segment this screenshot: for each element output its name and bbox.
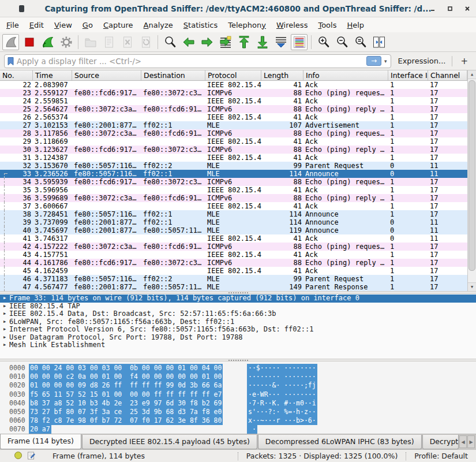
ascii-bytes[interactable]: ·e·WR··· ········ xyxy=(247,390,317,399)
expand-arrow-icon[interactable]: ▶ xyxy=(3,295,9,303)
packet-row-31[interactable]: 313.124387IEEE 802.15.441Ack117 xyxy=(0,154,467,162)
packet-row-28[interactable]: 283.117856fe80::3072:c3a…fe80::fcd6:91…I… xyxy=(0,129,467,137)
close-button[interactable] xyxy=(463,5,471,13)
expand-arrow-icon[interactable]: ▶ xyxy=(3,303,9,311)
packet-list-scrollbar[interactable]: ▲ ▼ xyxy=(467,70,476,291)
tab-scroll-left-button[interactable]: ◀ xyxy=(459,435,467,448)
hex-row-0060[interactable]: 006078 f2 c8 7e 98 0f b7 72 07 f0 17 62 … xyxy=(0,416,476,425)
packet-row-46[interactable]: 464.371183fe80::5057:116…ff02::2MLE99Par… xyxy=(0,275,467,283)
filter-dropdown-caret[interactable]: ▾ xyxy=(384,58,389,64)
goto-packet-button[interactable] xyxy=(217,34,234,50)
hex-bytes[interactable]: b8 37 a8 52 10 b3 4b 2e 23 e9 97 6d 30 f… xyxy=(29,399,223,408)
minimize-button[interactable] xyxy=(429,5,437,13)
detail-row[interactable]: ▶6LoWPAN, Src: fe80::5057:1165:f56a:663b… xyxy=(0,318,476,326)
byte-view-tab[interactable]: Decrypted IEEE 802.15.4 payload (45 byte… xyxy=(82,435,257,449)
restart-capture-button[interactable] xyxy=(39,34,56,50)
hex-row-0010[interactable]: 001000 00 00 c2 0a 00 01 00 f4 00 00 00 … xyxy=(0,372,476,381)
packet-row-34[interactable]: 343.595939fe80::fcd6:917…fe80::3072:c3…I… xyxy=(0,178,467,186)
byte-view-tab[interactable]: Decrypted ML xyxy=(422,435,459,449)
menu-capture[interactable]: Capture xyxy=(98,18,138,32)
expert-info-button[interactable] xyxy=(14,451,23,461)
packet-row-26[interactable]: 262.565374IEEE 802.15.441Ack117 xyxy=(0,113,467,121)
start-capture-button[interactable] xyxy=(2,34,19,50)
detail-row[interactable]: ▶Frame 33: 114 bytes on wire (912 bits),… xyxy=(0,295,476,303)
hex-row-0020[interactable]: 002001 00 00 00 09 d8 26 ff ff ff ff 99 … xyxy=(0,381,476,390)
hex-row-0040[interactable]: 0040b8 37 a8 52 10 b3 4b 2e 23 e9 97 6d … xyxy=(0,399,476,408)
hex-bytes[interactable]: f5 65 11 57 52 15 01 00 00 00 ff ff ff f… xyxy=(29,390,223,399)
stop-capture-button[interactable] xyxy=(21,34,38,50)
byte-view-tab[interactable]: Frame (114 bytes) xyxy=(0,434,81,449)
hex-bytes[interactable]: 00 00 00 c2 0a 00 01 00 f4 00 00 00 00 0… xyxy=(29,372,223,381)
hex-row-0050[interactable]: 005073 27 bf 80 07 3f 3a ce 25 3d 9b 68 … xyxy=(0,408,476,416)
menu-file[interactable]: File xyxy=(1,18,24,32)
zoom-out-button[interactable] xyxy=(333,34,350,50)
packet-row-30[interactable]: 303.123627fe80::fcd6:917…fe80::3072:c3…I… xyxy=(0,146,467,154)
status-profile[interactable]: Profile: Default xyxy=(411,452,471,460)
detail-row[interactable]: ▶User Datagram Protocol, Src Port: 19788… xyxy=(0,334,476,342)
filter-bookmark-icon[interactable] xyxy=(7,57,14,66)
packet-row-41[interactable]: 413.746317IEEE 802.15.441Ack011 xyxy=(0,234,467,243)
auto-scroll-button[interactable] xyxy=(272,34,289,50)
packet-row-44[interactable]: 444.161786fe80::fcd6:917…fe80::3072:c3…I… xyxy=(0,259,467,267)
menu-edit[interactable]: Edit xyxy=(24,18,49,32)
menu-view[interactable]: View xyxy=(49,18,77,32)
packet-row-45[interactable]: 454.162459IEEE 802.15.441Ack117 xyxy=(0,267,467,275)
column-header-interface-id[interactable]: Interface ID xyxy=(388,70,428,80)
hex-bytes[interactable]: 00 00 24 00 03 00 03 00 0b 00 00 00 01 0… xyxy=(29,364,223,372)
expand-arrow-icon[interactable]: ▶ xyxy=(3,341,9,349)
expand-arrow-icon[interactable]: ▶ xyxy=(3,334,9,342)
column-header-no[interactable]: No. xyxy=(0,70,33,80)
expand-arrow-icon[interactable]: ▶ xyxy=(3,310,9,318)
menu-go[interactable]: Go xyxy=(77,18,98,32)
column-header-channel[interactable]: Channel xyxy=(428,70,467,80)
ascii-bytes[interactable]: x··~···r ···b>·6· xyxy=(247,416,317,425)
title-bar[interactable]: Capturing from OpenThread Sniffer: /dev/… xyxy=(0,0,476,17)
byte-view-tab[interactable]: Decompressed 6LoWPAN IPHC (83 bytes) xyxy=(258,435,422,449)
packet-row-42[interactable]: 424.157222fe80::3072:c3a…fe80::fcd6:91…I… xyxy=(0,243,467,251)
packet-row-39[interactable]: 393.737099fe80::2001:877…ff02::1MLE114An… xyxy=(0,218,467,226)
capture-options-button[interactable] xyxy=(58,34,74,50)
zoom-original-button[interactable] xyxy=(352,34,369,50)
scroll-down-button[interactable]: ▼ xyxy=(468,282,476,291)
packet-row-35[interactable]: 353.596956IEEE 802.15.441Ack117 xyxy=(0,186,467,194)
detail-row[interactable]: ▶IEEE 802.15.4 TAP xyxy=(0,303,476,311)
ascii-bytes[interactable]: ········ ········ xyxy=(247,372,317,381)
expand-arrow-icon[interactable]: ▶ xyxy=(3,318,9,326)
hex-row-0030[interactable]: 0030f5 65 11 57 52 15 01 00 00 00 ff ff … xyxy=(0,390,476,399)
colorize-packets-button[interactable] xyxy=(291,34,308,50)
last-packet-button[interactable] xyxy=(254,34,271,50)
column-header-info[interactable]: Info xyxy=(303,70,388,80)
expression-button[interactable]: Expression... xyxy=(395,57,448,65)
column-header-source[interactable]: Source xyxy=(72,70,141,80)
expand-arrow-icon[interactable]: ▶ xyxy=(3,326,9,334)
packet-row-29[interactable]: 293.118669IEEE 802.15.441Ack117 xyxy=(0,137,467,146)
scrollbar-thumb[interactable] xyxy=(468,80,475,271)
menu-telephony[interactable]: Telephony xyxy=(223,18,271,32)
ascii-bytes[interactable]: ······&· ·····;fj xyxy=(247,381,317,390)
menu-wireless[interactable]: Wireless xyxy=(271,18,313,32)
apply-filter-button[interactable]: → xyxy=(366,56,381,66)
zoom-in-button[interactable] xyxy=(315,34,332,50)
packet-row-43[interactable]: 434.157751IEEE 802.15.441Ack117 xyxy=(0,251,467,259)
hex-bytes[interactable]: 78 f2 c8 7e 98 0f b7 72 07 f0 17 62 3e 8… xyxy=(29,416,223,425)
hex-row-0070[interactable]: 007020 a7 · xyxy=(0,425,476,434)
column-header-protocol[interactable]: Protocol xyxy=(205,70,261,80)
packet-row-32[interactable]: 323.153670fe80::5057:116…ff02::2MLE99Par… xyxy=(0,162,467,170)
packet-row-22[interactable]: 222.083907IEEE 802.15.441Ack117 xyxy=(0,81,467,89)
packet-row-47[interactable]: 474.567477fe80::2001:877…fe80::5057:11…M… xyxy=(0,283,467,291)
ascii-bytes[interactable]: s'···?:· %=·h·z·· xyxy=(247,408,317,416)
first-packet-button[interactable] xyxy=(235,34,252,50)
next-packet-button[interactable] xyxy=(198,34,215,50)
detail-row[interactable]: ▶Internet Protocol Version 6, Src: fe80:… xyxy=(0,326,476,334)
hex-row-0000[interactable]: 000000 00 24 00 03 00 03 00 0b 00 00 00 … xyxy=(0,364,476,372)
scroll-up-button[interactable]: ▲ xyxy=(468,70,476,79)
detail-row[interactable]: ▶Mesh Link Establishment xyxy=(0,341,476,349)
hex-bytes[interactable]: 73 27 bf 80 07 3f 3a ce 25 3d 9b 68 d3 7… xyxy=(29,408,223,416)
packet-row-33[interactable]: 333.236526fe80::5057:116…ff02::1MLE114An… xyxy=(0,170,467,178)
ascii-bytes[interactable]: ··$····· ········ xyxy=(247,364,317,372)
ascii-bytes[interactable]: ·7·R··K. #··m0··i xyxy=(247,399,317,408)
detail-row[interactable]: ▶IEEE 802.15.4 Data, Dst: Broadcast, Src… xyxy=(0,310,476,318)
column-header-destination[interactable]: Destination xyxy=(141,70,205,80)
previous-packet-button[interactable] xyxy=(180,34,197,50)
packet-row-23[interactable]: 232.559127fe80::fcd6:917…fe80::3072:c3…I… xyxy=(0,89,467,97)
